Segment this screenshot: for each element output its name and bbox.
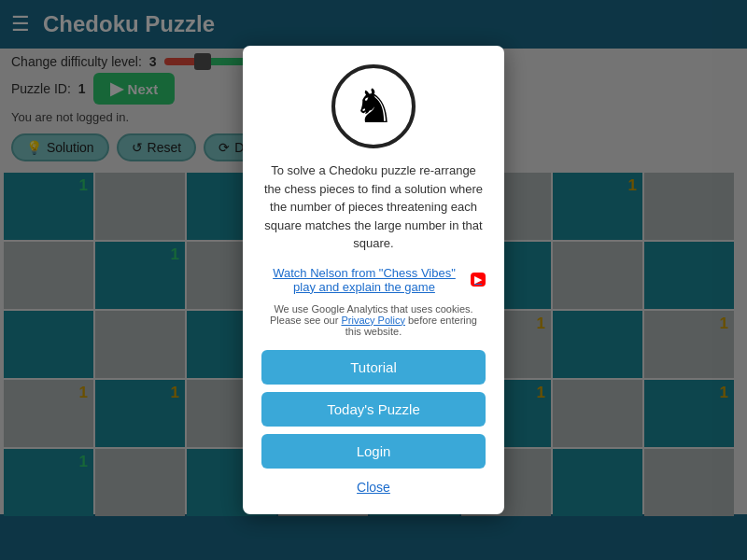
login-button[interactable]: Login <box>261 434 486 469</box>
todays-puzzle-button[interactable]: Today's Puzzle <box>261 392 486 427</box>
modal-overlay: ♞ To solve a Chedoku puzzle re-arrange t… <box>0 0 747 560</box>
modal-description: To solve a Chedoku puzzle re-arrange the… <box>261 161 486 253</box>
privacy-policy-link[interactable]: Privacy Policy <box>341 315 404 326</box>
tutorial-button[interactable]: Tutorial <box>261 350 486 385</box>
youtube-icon: ▶ <box>471 273 486 287</box>
welcome-modal: ♞ To solve a Chedoku puzzle re-arrange t… <box>243 46 504 514</box>
video-link-text: Watch Nelson from "Chess Vibes" play and… <box>261 266 467 294</box>
chess-knight-icon: ♞ <box>331 64 416 148</box>
cookie-notice: We use Google Analytics that uses cookie… <box>261 303 486 337</box>
close-modal-button[interactable]: Close <box>357 480 390 495</box>
video-link[interactable]: Watch Nelson from "Chess Vibes" play and… <box>261 266 486 294</box>
